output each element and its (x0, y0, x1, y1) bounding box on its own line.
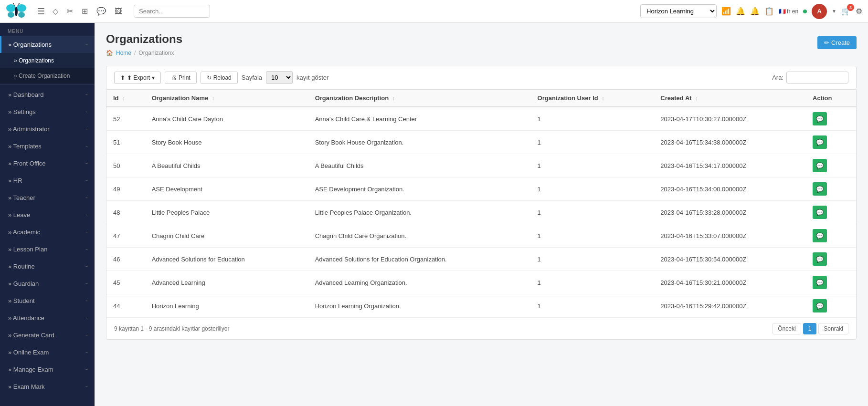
action-chat-button[interactable]: 💬 (813, 135, 827, 149)
sidebar-item-lesson-plan[interactable]: » Lesson Plan - (0, 240, 95, 258)
print-button[interactable]: 🖨 Print (165, 72, 197, 84)
dash-icon-8: - (85, 193, 88, 202)
settings-icon[interactable]: ⚙ (856, 7, 862, 16)
sidebar-label-templates: » Templates (8, 143, 42, 150)
sidebar-item-settings[interactable]: » Settings - (0, 103, 95, 120)
dash-icon-13: - (85, 279, 88, 288)
dash-icon-12: - (85, 262, 88, 271)
cell-id: 50 (106, 154, 145, 177)
col-id[interactable]: Id ↕ (106, 90, 145, 107)
col-org-desc[interactable]: Organization Description ↕ (308, 90, 531, 107)
cell-org-name: Anna's Child Care Dayton (145, 107, 308, 131)
action-chat-button[interactable]: 💬 (813, 206, 827, 219)
action-chat-button[interactable]: 💬 (813, 276, 827, 289)
sidebar-item-templates[interactable]: » Templates - (0, 137, 95, 155)
bell-green-icon[interactable]: 🔔 (750, 7, 760, 16)
cell-action: 💬 (806, 107, 856, 131)
cell-org-desc: Advanced Solutions for Education Organiz… (308, 248, 531, 271)
scissors-icon[interactable]: ✂ (67, 7, 73, 16)
reload-label: Reload (213, 74, 232, 81)
chat-icon[interactable]: 💬 (96, 7, 106, 16)
sidebar-item-exam-mark[interactable]: » Exam Mark - (0, 378, 95, 395)
bell-icon[interactable]: 🔔 (736, 7, 745, 16)
sidebar-label-manage-exam: » Manage Exam (8, 366, 53, 373)
sidebar-item-student[interactable]: » Student - (0, 292, 95, 309)
sidebar-item-academic[interactable]: » Academic - (0, 223, 95, 240)
table-row: 46 Advanced Solutions for Education Adva… (106, 248, 856, 271)
cart-icon-container[interactable]: 🛒 3 (841, 7, 851, 16)
sidebar-subitem-organizations[interactable]: » Organizations (0, 53, 95, 68)
content-area: Organizations 🏠 Home / Organizationx ✏ C… (95, 23, 868, 349)
dash-icon-16: - (85, 331, 88, 339)
sidebar-item-guardian[interactable]: » Guardian - (0, 275, 95, 292)
breadcrumb-home[interactable]: Home (116, 50, 131, 56)
cell-action: 💬 (806, 294, 856, 318)
col-org-user-id[interactable]: Organization User Id ↕ (531, 90, 654, 107)
sidebar-label-settings: » Settings (8, 108, 36, 115)
action-chat-button[interactable]: 💬 (813, 182, 827, 196)
sidebar-item-attendance[interactable]: » Attendance - (0, 309, 95, 326)
export-button[interactable]: ⬆ ⬆ Export ▾ (114, 72, 161, 84)
content-header: Organizations 🏠 Home / Organizationx ✏ C… (106, 32, 857, 64)
cell-created-at: 2023-04-16T15:34:38.000000Z (654, 131, 806, 154)
display-icon[interactable]: ⊞ (82, 7, 88, 16)
sidebar-item-administrator[interactable]: » Administrator - (0, 120, 95, 137)
sidebar-item-online-exam[interactable]: » Online Exam - (0, 344, 95, 361)
prev-page-button[interactable]: Önceki (773, 323, 801, 334)
cell-action: 💬 (806, 224, 856, 248)
avatar[interactable]: A (812, 4, 827, 19)
cell-org-name: Chagrin Child Care (145, 224, 308, 248)
sidebar-item-front-office[interactable]: » Front Office - (0, 155, 95, 172)
col-org-name[interactable]: Organization Name ↕ (145, 90, 308, 107)
cell-created-at: 2023-04-16T15:33:07.000000Z (654, 224, 806, 248)
sidebar-subitem-create-org[interactable]: » Create Organization (0, 68, 95, 83)
sidebar-label-dashboard: » Dashboard (8, 91, 43, 98)
language-selector[interactable]: 🇫🇷 fr en (779, 8, 798, 15)
cell-id: 49 (106, 177, 145, 201)
sort-icon-org-user-id: ↕ (602, 95, 604, 101)
dash-icon-7: - (85, 176, 88, 185)
cell-id: 46 (106, 248, 145, 271)
col-created-at[interactable]: Created At ↕ (654, 90, 806, 107)
cell-action: 💬 (806, 154, 856, 177)
status-dot (803, 10, 807, 13)
diamond-icon[interactable]: ◇ (53, 7, 58, 16)
sidebar-item-hr[interactable]: » HR - (0, 172, 95, 189)
table-search-input[interactable] (786, 72, 848, 83)
avatar-arrow[interactable]: ▼ (832, 9, 836, 14)
cell-org-desc: ASE Development Organization. (308, 177, 531, 201)
main-layout: MENU » Organizations - » Organizations »… (0, 23, 868, 406)
per-page-select[interactable]: 10 25 50 100 (266, 71, 293, 84)
sidebar-item-leave[interactable]: » Leave - (0, 206, 95, 223)
sidebar-item-generate-card[interactable]: » Generate Card - (0, 326, 95, 344)
action-chat-button[interactable]: 💬 (813, 252, 827, 266)
org-selector[interactable]: Horizon Learning (640, 4, 717, 18)
divider-1 (0, 84, 95, 85)
cell-id: 52 (106, 107, 145, 131)
reload-button[interactable]: ↻ Reload (201, 72, 238, 84)
sidebar-item-manage-exam[interactable]: » Manage Exam - (0, 361, 95, 378)
action-chat-button[interactable]: 💬 (813, 229, 827, 242)
sidebar-item-dashboard[interactable]: » Dashboard - (0, 86, 95, 103)
sidebar-item-teacher[interactable]: » Teacher - (0, 189, 95, 206)
search-input[interactable] (134, 5, 210, 18)
dash-icon-2: - (85, 90, 88, 99)
sidebar-label-academic: » Academic (8, 229, 40, 236)
action-chat-button[interactable]: 💬 (813, 112, 827, 125)
cell-action: 💬 (806, 271, 856, 294)
signal-icon[interactable]: 📶 (721, 7, 731, 16)
sidebar-item-organizations[interactable]: » Organizations - (0, 36, 95, 53)
copy-icon[interactable]: 📋 (764, 7, 774, 16)
next-page-button[interactable]: Sonraki (818, 323, 848, 334)
sidebar-item-routine[interactable]: » Routine - (0, 258, 95, 275)
action-chat-button[interactable]: 💬 (813, 159, 827, 172)
create-button[interactable]: ✏ Create (817, 36, 857, 49)
col-action: Action (806, 90, 856, 107)
hamburger-menu[interactable]: ☰ (37, 6, 45, 17)
cell-id: 48 (106, 201, 145, 224)
dash-icon-19: - (85, 382, 88, 391)
page-1-button[interactable]: 1 (803, 323, 817, 334)
sidebar-label-attendance: » Attendance (8, 314, 44, 322)
image-icon[interactable]: 🖼 (115, 7, 122, 16)
action-chat-button[interactable]: 💬 (813, 299, 827, 312)
